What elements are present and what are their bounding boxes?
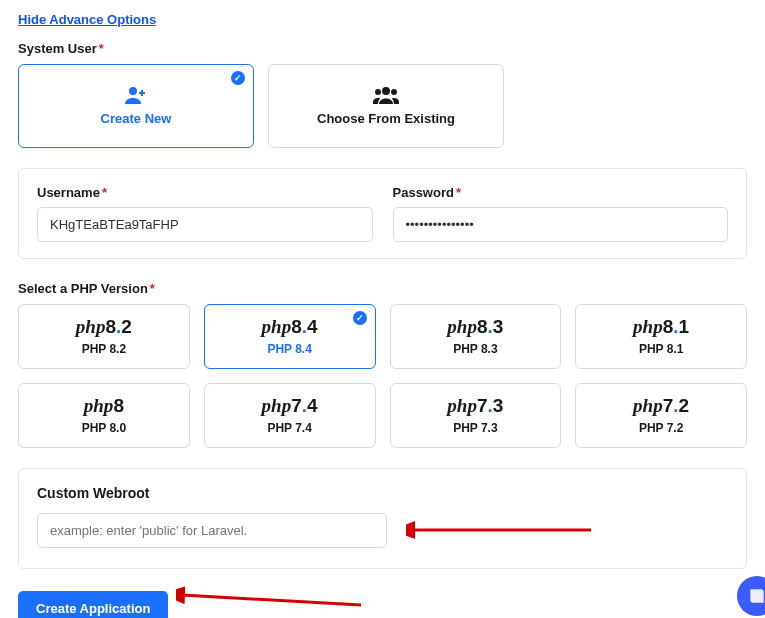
php-version-label: Select a PHP Version* (18, 281, 747, 296)
svg-point-4 (375, 89, 381, 95)
php-version-card[interactable]: php8.3PHP 8.3 (390, 304, 562, 369)
password-input[interactable] (393, 207, 729, 242)
php-version-label-text: Select a PHP Version (18, 281, 148, 296)
password-label: Password* (393, 185, 729, 200)
custom-webroot-input[interactable] (37, 513, 387, 548)
system-user-label-text: System User (18, 41, 97, 56)
username-input[interactable] (37, 207, 373, 242)
check-icon: ✓ (231, 71, 245, 85)
users-icon (373, 86, 399, 107)
password-label-text: Password (393, 185, 454, 200)
required-mark: * (99, 41, 104, 56)
create-application-button[interactable]: Create Application (18, 591, 168, 618)
hide-advance-options-link[interactable]: Hide Advance Options (18, 12, 156, 27)
svg-rect-2 (139, 92, 145, 94)
required-mark: * (150, 281, 155, 296)
php-logo-icon: php8.2 (27, 317, 181, 336)
system-user-options: ✓ Create New Choose From Existing (18, 64, 747, 148)
annotation-arrow-icon (176, 585, 376, 611)
php-logo-icon: php8 (27, 396, 181, 415)
required-mark: * (456, 185, 461, 200)
php-version-card[interactable]: ✓php8.4PHP 8.4 (204, 304, 376, 369)
php-version-card[interactable]: php7.3PHP 7.3 (390, 383, 562, 448)
php-version-text: PHP 8.4 (213, 342, 367, 356)
create-new-user-card[interactable]: ✓ Create New (18, 64, 254, 148)
username-label: Username* (37, 185, 373, 200)
php-version-text: PHP 8.3 (399, 342, 553, 356)
choose-existing-label: Choose From Existing (317, 111, 455, 126)
credentials-box: Username* Password* (18, 168, 747, 259)
php-version-card[interactable]: php7.2PHP 7.2 (575, 383, 747, 448)
svg-point-0 (129, 87, 137, 95)
php-version-text: PHP 8.1 (584, 342, 738, 356)
check-icon: ✓ (353, 311, 367, 325)
choose-existing-user-card[interactable]: Choose From Existing (268, 64, 504, 148)
php-version-grid: php8.2PHP 8.2✓php8.4PHP 8.4php8.3PHP 8.3… (18, 304, 747, 448)
php-logo-icon: php7.3 (399, 396, 553, 415)
php-version-card[interactable]: php8.1PHP 8.1 (575, 304, 747, 369)
custom-webroot-box: Custom Webroot (18, 468, 747, 569)
username-label-text: Username (37, 185, 100, 200)
php-version-card[interactable]: php8PHP 8.0 (18, 383, 190, 448)
username-field-group: Username* (37, 185, 373, 242)
php-logo-icon: php7.2 (584, 396, 738, 415)
php-version-text: PHP 7.4 (213, 421, 367, 435)
svg-point-5 (391, 89, 397, 95)
custom-webroot-label: Custom Webroot (37, 485, 728, 501)
create-new-label: Create New (101, 111, 172, 126)
svg-line-9 (182, 595, 361, 605)
floating-help-button[interactable] (737, 576, 765, 616)
php-version-card[interactable]: php7.4PHP 7.4 (204, 383, 376, 448)
php-logo-icon: php8.3 (399, 317, 553, 336)
user-plus-icon (125, 86, 147, 107)
php-version-card[interactable]: php8.2PHP 8.2 (18, 304, 190, 369)
php-logo-icon: php8.1 (584, 317, 738, 336)
php-logo-icon: php7.4 (213, 396, 367, 415)
svg-point-3 (382, 87, 390, 95)
php-logo-icon: php8.4 (213, 317, 367, 336)
password-field-group: Password* (393, 185, 729, 242)
php-version-text: PHP 8.2 (27, 342, 181, 356)
system-user-label: System User* (18, 41, 747, 56)
required-mark: * (102, 185, 107, 200)
php-version-text: PHP 7.2 (584, 421, 738, 435)
php-version-text: PHP 7.3 (399, 421, 553, 435)
php-version-text: PHP 8.0 (27, 421, 181, 435)
